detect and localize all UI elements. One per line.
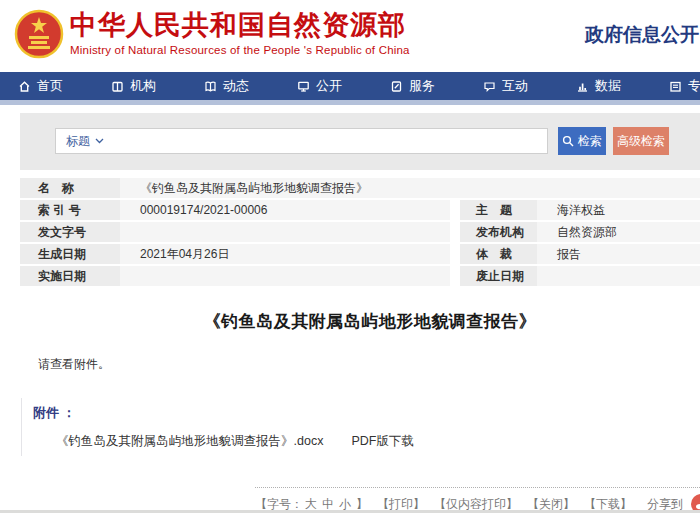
nav-item-news[interactable]: 动态 xyxy=(204,77,297,95)
column-gap xyxy=(450,200,460,220)
meta-value-issuer: 自然资源部 xyxy=(537,222,700,242)
document-meta-table: 名 称 《钓鱼岛及其附属岛屿地形地貌调查报告》 索 引 号 000019174/… xyxy=(20,178,700,288)
nav-label: 动态 xyxy=(223,77,249,95)
attachment-label: 附件 ： xyxy=(33,404,414,422)
meta-value-created-date: 2021年04月26日 xyxy=(120,244,450,264)
meta-value-genre: 报告 xyxy=(537,244,700,264)
table-row: 发文字号 发布机构 自然资源部 xyxy=(20,222,700,242)
nav-substrip xyxy=(0,100,700,105)
meta-label-issuer: 发布机构 xyxy=(460,222,537,242)
organization-icon xyxy=(111,80,124,93)
search-icon xyxy=(562,135,574,147)
search-input[interactable] xyxy=(104,131,547,151)
meta-value-subject: 海洋权益 xyxy=(537,200,700,220)
search-section: 标题 检索 高级检索 xyxy=(20,113,700,170)
meta-label-genre: 体 裁 xyxy=(460,244,537,264)
meta-label-effective-date: 实施日期 xyxy=(20,266,120,286)
site-title-cn: 中华人民共和国自然资源部 xyxy=(70,9,410,41)
meta-value-expiry-date xyxy=(537,266,700,286)
column-gap xyxy=(450,266,460,286)
attachment-docx-link[interactable]: 《钓鱼岛及其附属岛屿地形地貌调查报告》.docx xyxy=(56,433,323,450)
nav-label: 服务 xyxy=(409,77,435,95)
special-topic-icon xyxy=(669,80,682,93)
search-box: 标题 xyxy=(55,128,548,154)
article-body-text: 请查看附件。 xyxy=(38,356,110,373)
nav-item-service[interactable]: 服务 xyxy=(390,77,483,95)
nav-label: 首页 xyxy=(37,77,63,95)
page: 中华人民共和国自然资源部 Ministry of Natural Resourc… xyxy=(0,0,700,513)
nav-item-data[interactable]: 数据 xyxy=(576,77,669,95)
gov-info-disclosure-link[interactable]: 政府信息公开 xyxy=(585,22,699,48)
site-title-en: Ministry of Natural Resources of the Peo… xyxy=(70,44,410,56)
nav-item-interact[interactable]: 互动 xyxy=(483,77,576,95)
table-row: 名 称 《钓鱼岛及其附属岛屿地形地貌调查报告》 xyxy=(20,178,700,198)
meta-value-index-no: 000019174/2021-00006 xyxy=(120,200,450,220)
table-row: 实施日期 废止日期 xyxy=(20,266,700,286)
meta-label-index-no: 索 引 号 xyxy=(20,200,120,220)
column-gap xyxy=(450,244,460,264)
meta-value-doc-no xyxy=(120,222,450,242)
attachment-section: 附件 ： 《钓鱼岛及其附属岛屿地形地貌调查报告》.docx PDF版下载 xyxy=(21,398,414,456)
meta-value-effective-date xyxy=(120,266,450,286)
meta-value-name: 《钓鱼岛及其附属岛屿地形地貌调查报告》 xyxy=(120,178,700,198)
nav-label: 公开 xyxy=(316,77,342,95)
interact-chat-icon xyxy=(483,80,496,93)
nav-item-organization[interactable]: 机构 xyxy=(111,77,204,95)
news-book-icon xyxy=(204,80,217,93)
column-gap xyxy=(450,222,460,242)
meta-label-doc-no: 发文字号 xyxy=(20,222,120,242)
meta-label-created-date: 生成日期 xyxy=(20,244,120,264)
nav-label: 互动 xyxy=(502,77,528,95)
attachment-row: 《钓鱼岛及其附属岛屿地形地貌调查报告》.docx PDF版下载 xyxy=(33,433,414,450)
attachment-pdf-link[interactable]: PDF版下载 xyxy=(351,433,414,450)
table-row: 生成日期 2021年04月26日 体 裁 报告 xyxy=(20,244,700,264)
service-document-icon xyxy=(390,80,403,93)
search-button[interactable]: 检索 xyxy=(558,127,606,155)
main-nav: 首页 机构 动态 公开 xyxy=(0,72,700,100)
nav-label: 专题 xyxy=(688,77,700,95)
meta-label-name: 名 称 xyxy=(20,178,120,198)
nav-item-disclosure[interactable]: 公开 xyxy=(297,77,390,95)
data-chart-icon xyxy=(576,80,589,93)
search-button-label: 检索 xyxy=(578,133,602,150)
advanced-search-label: 高级检索 xyxy=(617,133,665,150)
search-field-selector-label: 标题 xyxy=(66,133,90,150)
chevron-down-icon xyxy=(95,138,104,144)
advanced-search-button[interactable]: 高级检索 xyxy=(613,127,669,155)
meta-label-expiry-date: 废止日期 xyxy=(460,266,537,286)
search-field-selector[interactable]: 标题 xyxy=(66,133,104,150)
home-icon xyxy=(18,80,31,93)
nav-label: 数据 xyxy=(595,77,621,95)
disclosure-monitor-icon xyxy=(297,80,310,93)
nav-item-special[interactable]: 专题 xyxy=(669,77,700,95)
nav-label: 机构 xyxy=(130,77,156,95)
national-emblem-logo xyxy=(14,9,64,59)
masthead: 中华人民共和国自然资源部 Ministry of Natural Resourc… xyxy=(70,9,410,56)
article-title: 《钓鱼岛及其附属岛屿地形地貌调查报告》 xyxy=(0,310,700,333)
site-header: 中华人民共和国自然资源部 Ministry of Natural Resourc… xyxy=(0,0,700,72)
meta-label-subject: 主 题 xyxy=(460,200,537,220)
nav-item-home[interactable]: 首页 xyxy=(18,77,111,95)
table-row: 索 引 号 000019174/2021-00006 主 题 海洋权益 xyxy=(20,200,700,220)
